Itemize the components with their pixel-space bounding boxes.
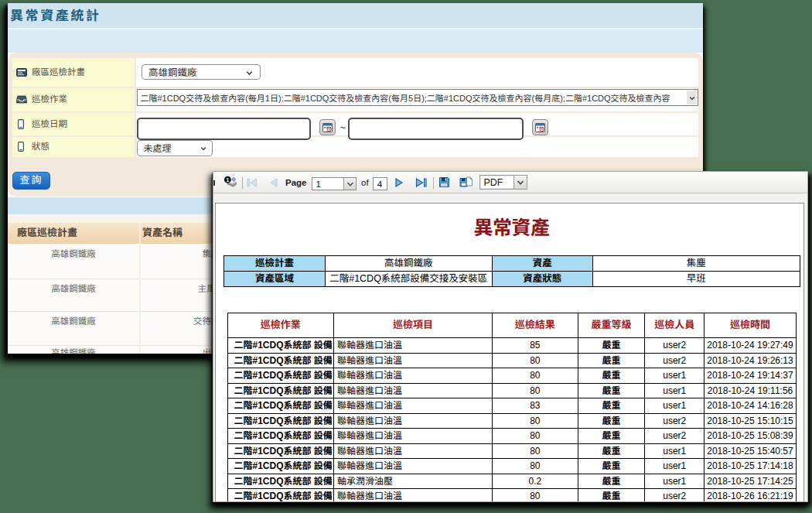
svg-text:1: 1 bbox=[226, 176, 229, 183]
